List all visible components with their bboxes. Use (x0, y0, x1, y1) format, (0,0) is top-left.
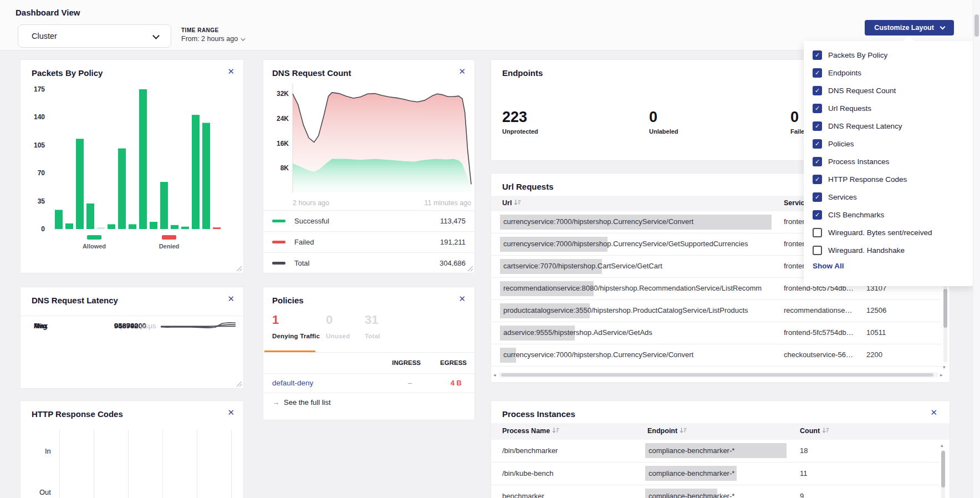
policy-ingress-value: – (382, 379, 412, 387)
tab-denying-traffic[interactable]: Denying Traffic (272, 333, 320, 339)
policy-link-default-deny[interactable]: default-deny (272, 379, 313, 387)
sort-icon (514, 199, 521, 206)
card-title: DNS Request Latency (32, 296, 118, 305)
resize-handle[interactable] (236, 381, 242, 387)
menu-item-process-instances[interactable]: ✓ Process Instances (804, 154, 973, 172)
checkbox-icon[interactable] (813, 228, 822, 237)
checkbox-icon[interactable]: ✓ (813, 175, 822, 184)
process-table-row[interactable]: benchmarker compliance-benchmarker-* 9 (491, 485, 939, 498)
column-header-process-name[interactable]: Process Name (502, 427, 559, 435)
checkbox-icon[interactable]: ✓ (813, 86, 822, 95)
svg-text:35: 35 (38, 197, 45, 205)
menu-item-services[interactable]: ✓ Services (804, 190, 973, 207)
dns-request-count-card: DNS Request Count ✕ 8K16K24K32K2 hours a… (263, 59, 475, 273)
svg-text:16K: 16K (277, 140, 289, 148)
checkbox-icon[interactable] (813, 246, 822, 255)
url-table-row[interactable]: productcatalogservice:3550/hipstershop.P… (491, 300, 941, 322)
checkbox-icon[interactable]: ✓ (813, 104, 822, 113)
see-full-list-link[interactable]: →See the full list (272, 398, 331, 406)
checkbox-icon[interactable]: ✓ (813, 210, 822, 220)
legend-swatch (272, 262, 285, 265)
url-table-row[interactable]: currencyservice:7000/hipstershop.Currenc… (491, 344, 941, 367)
checkbox-icon[interactable]: ✓ (813, 121, 822, 131)
resize-handle[interactable] (467, 266, 473, 271)
show-all-link[interactable]: Show All (813, 262, 844, 270)
svg-text:24K: 24K (277, 115, 289, 123)
view-selector-dropdown[interactable]: Cluster (18, 24, 171, 48)
process-table-row[interactable]: /bin/kube-bench compliance-benchmarker-*… (491, 463, 939, 485)
egress-column-header[interactable]: EGRESS (428, 359, 467, 366)
divider (263, 373, 474, 374)
process-table-body: /bin/benchmarker compliance-benchmarker-… (491, 440, 939, 498)
process-table-header: Process NameEndpointCount (491, 423, 950, 440)
menu-item-wireguard-bytes-sent-received[interactable]: Wireguard. Bytes sent/received (804, 225, 973, 243)
menu-item-dns-request-latency[interactable]: ✓ DNS Request Latency (804, 119, 973, 136)
checkbox-icon[interactable]: ✓ (813, 68, 822, 78)
close-icon[interactable]: ✕ (930, 408, 937, 416)
vertical-scrollbar[interactable] (941, 450, 945, 498)
menu-item-url-requests[interactable]: ✓ Url Requests (804, 101, 973, 119)
gridline (59, 430, 60, 498)
menu-item-dns-request-count[interactable]: ✓ DNS Request Count (804, 83, 973, 101)
card-title: Url Requests (502, 182, 554, 191)
stat-unprotected: 223 Unprotected (502, 109, 538, 135)
column-header-endpoint[interactable]: Endpoint (647, 427, 687, 435)
url-table-row[interactable]: adservice:9555/hipstershop.AdService/Get… (491, 322, 941, 344)
checkbox-icon[interactable]: ✓ (813, 157, 822, 166)
svg-text:Allowed: Allowed (83, 243, 106, 250)
checkbox-icon[interactable]: ✓ (813, 192, 822, 202)
scroll-down-icon[interactable]: ▾ (943, 365, 946, 370)
column-header-count[interactable]: Count (800, 427, 829, 435)
customize-layout-button[interactable]: Customize Layout (865, 20, 954, 35)
column-header-url[interactable]: Url (502, 199, 521, 207)
chevron-down-icon (152, 32, 160, 39)
sort-icon (552, 427, 559, 434)
menu-item-cis-benchmarks[interactable]: ✓ CIS Benchmarks (804, 207, 973, 225)
resize-handle[interactable] (236, 266, 242, 271)
customize-layout-menu: ✓ Packets By Policy ✓ Endpoints ✓ DNS Re… (804, 41, 973, 286)
policy-egress-value: 4 B (428, 379, 462, 387)
menu-item-policies[interactable]: ✓ Policies (804, 136, 973, 154)
view-selector-value: Cluster (32, 32, 57, 40)
checkbox-icon[interactable]: ✓ (813, 50, 822, 60)
process-instances-card: Process Instances ✕ Process NameEndpoint… (491, 400, 950, 498)
time-range-value[interactable]: From: 2 hours ago (181, 35, 244, 43)
menu-item-wireguard-handshake[interactable]: Wireguard. Handshake (804, 243, 973, 261)
page-scrollbar-thumb[interactable] (974, 14, 979, 37)
scroll-left-icon[interactable]: ◂ (493, 373, 496, 378)
stat-unlabeled: 0 Unlabeled (649, 109, 678, 135)
svg-text:0: 0 (41, 225, 45, 233)
tab-unused[interactable]: Unused (326, 333, 350, 339)
menu-item-packets-by-policy[interactable]: ✓ Packets By Policy (804, 48, 973, 65)
close-icon[interactable]: ✕ (458, 294, 466, 303)
svg-text:2 hours ago: 2 hours ago (293, 199, 329, 207)
http-in-label: In (45, 447, 51, 455)
chevron-down-icon (940, 24, 945, 30)
page-scrollbar[interactable] (973, 0, 980, 498)
policies-total-count: 31 (365, 313, 378, 327)
legend-row: Total 304,686 (263, 252, 474, 273)
svg-text:32K: 32K (277, 90, 289, 98)
scroll-right-icon[interactable]: ▸ (940, 373, 943, 378)
menu-item-endpoints[interactable]: ✓ Endpoints (804, 65, 973, 83)
gridline (128, 430, 129, 498)
ingress-column-header[interactable]: INGRESS (382, 359, 421, 366)
svg-text:140: 140 (34, 113, 45, 121)
time-range-control[interactable]: TIME RANGE From: 2 hours ago (181, 27, 244, 43)
sort-icon (822, 427, 829, 434)
tab-total[interactable]: Total (365, 333, 380, 339)
horizontal-scrollbar[interactable] (499, 372, 938, 378)
packets-by-policy-bar-chart: 03570105140175AllowedDenied (21, 60, 244, 260)
legend-row: Failed 191,211 (263, 231, 474, 252)
http-response-codes-card: HTTP Response Codes ✕ In Out (20, 400, 244, 498)
checkbox-icon[interactable]: ✓ (813, 139, 822, 149)
legend-swatch (272, 220, 285, 222)
scroll-up-icon[interactable]: ▴ (941, 443, 943, 448)
dns-request-count-area-chart: 8K16K24K32K2 hours ago11 minutes ago (263, 60, 476, 210)
close-icon[interactable]: ✕ (227, 294, 234, 303)
process-table-row[interactable]: /bin/benchmarker compliance-benchmarker-… (491, 440, 939, 463)
http-response-codes-chart (21, 401, 243, 498)
menu-item-http-response-codes[interactable]: ✓ HTTP Response Codes (804, 172, 973, 190)
sort-icon (680, 427, 687, 434)
policies-card: Policies ✕ 1 Denying Traffic 0 Unused 31… (263, 287, 475, 420)
